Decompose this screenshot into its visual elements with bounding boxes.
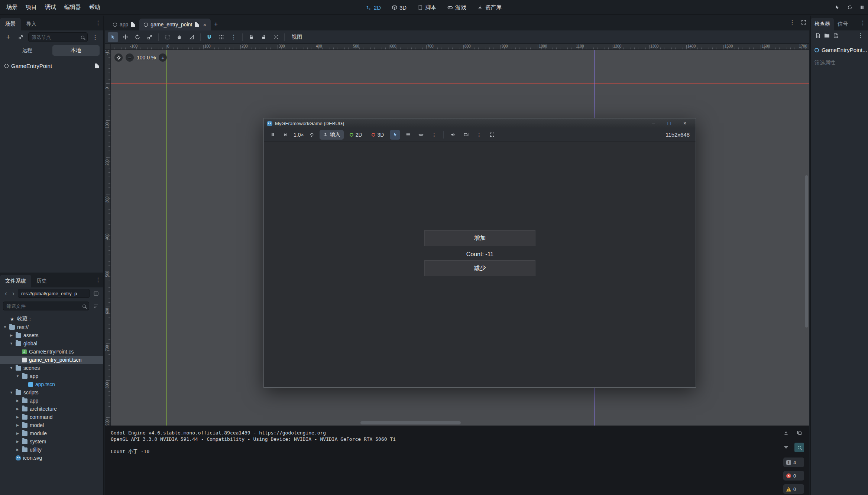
- warnings-badge[interactable]: ! 0: [783, 484, 804, 494]
- search-output-icon[interactable]: [794, 443, 804, 452]
- close-button[interactable]: ×: [677, 118, 693, 128]
- collapse-icon[interactable]: ▼: [9, 366, 13, 370]
- filter-messages-icon[interactable]: [781, 443, 791, 452]
- cursor-icon[interactable]: [835, 5, 840, 10]
- file-tree-item[interactable]: ▼scripts: [0, 388, 103, 397]
- fullscreen-icon[interactable]: [487, 130, 497, 140]
- expand-viewport-icon[interactable]: [801, 19, 806, 26]
- collapse-icon[interactable]: ▼: [9, 391, 13, 394]
- reset-speed-icon[interactable]: [307, 130, 317, 140]
- filter-nodes-input[interactable]: [32, 35, 79, 40]
- inspector-node-row[interactable]: GameEntryPoint...: [811, 47, 868, 53]
- file-tree-item[interactable]: ▶model: [0, 421, 103, 429]
- filter-properties-field[interactable]: 筛选属性: [811, 59, 868, 66]
- save-log-icon[interactable]: [781, 428, 791, 437]
- group-button[interactable]: [271, 32, 281, 42]
- pause-icon[interactable]: [860, 5, 864, 10]
- scale-tool[interactable]: [145, 32, 155, 42]
- expand-icon[interactable]: ▶: [16, 432, 20, 435]
- attached-script-icon[interactable]: [95, 63, 99, 68]
- smart-snap-toggle[interactable]: [204, 32, 214, 42]
- file-tree-item[interactable]: ▼res://: [0, 323, 103, 331]
- visibility-icon[interactable]: [416, 130, 426, 140]
- game-select-tool[interactable]: [390, 130, 400, 140]
- tab-inspector[interactable]: 检查器: [811, 18, 834, 30]
- canvas-hscrollbar[interactable]: [111, 421, 803, 424]
- load-resource-icon[interactable]: [824, 33, 830, 38]
- grid-snap-toggle[interactable]: [216, 32, 227, 42]
- new-resource-icon[interactable]: [815, 33, 820, 38]
- file-tree-item[interactable]: ▼app: [0, 372, 103, 380]
- path-field[interactable]: [18, 289, 90, 298]
- expand-icon[interactable]: ▶: [16, 407, 20, 411]
- game-options-icon[interactable]: ⋮: [429, 130, 439, 140]
- instance-scene-button[interactable]: [16, 32, 26, 42]
- view-menu[interactable]: 视图: [288, 34, 306, 40]
- remote-button[interactable]: 远程: [4, 45, 51, 56]
- snap-options-icon[interactable]: ⋮: [229, 32, 239, 42]
- file-tree-item[interactable]: ▶app: [0, 397, 103, 405]
- forward-icon[interactable]: ›: [10, 290, 16, 297]
- mode-3d-button[interactable]: 3D: [368, 130, 388, 140]
- lock-button[interactable]: [246, 32, 256, 42]
- camera-override-icon[interactable]: [461, 130, 471, 140]
- workspace-3d[interactable]: 3D: [388, 1, 411, 13]
- move-tool[interactable]: [120, 32, 130, 42]
- more-options-icon[interactable]: ⋮: [474, 130, 484, 140]
- expand-icon[interactable]: ▶: [9, 333, 13, 337]
- unlock-button[interactable]: [258, 32, 269, 42]
- path-input[interactable]: [21, 291, 87, 296]
- game-speed[interactable]: 1.0×: [294, 132, 304, 138]
- tab-import[interactable]: 导入: [21, 18, 42, 30]
- sort-files-icon[interactable]: [91, 302, 100, 310]
- split-view-icon[interactable]: [91, 289, 100, 298]
- copy-icon[interactable]: [794, 428, 804, 437]
- menu-item-3[interactable]: 编辑器: [60, 0, 85, 14]
- collapse-icon[interactable]: ▼: [3, 325, 7, 329]
- pause-game-icon[interactable]: [268, 130, 278, 140]
- restart-icon[interactable]: [847, 5, 852, 10]
- viewport-2d[interactable]: -100010020030040050060070080090010001100…: [105, 44, 809, 426]
- save-icon[interactable]: [833, 33, 839, 38]
- tab-history[interactable]: 历史: [31, 275, 52, 287]
- scene-tree-root-node[interactable]: GameEntryPoint: [0, 61, 103, 71]
- rotate-tool[interactable]: [132, 32, 143, 42]
- audio-icon[interactable]: [448, 130, 458, 140]
- scene-tab-app[interactable]: app: [108, 19, 139, 30]
- select-tool[interactable]: [108, 32, 118, 42]
- filter-files-field[interactable]: [3, 302, 89, 310]
- add-node-button[interactable]: +: [3, 32, 13, 42]
- file-tree-item[interactable]: ★收藏：: [0, 315, 103, 323]
- next-frame-icon[interactable]: [281, 130, 291, 140]
- expand-icon[interactable]: ▶: [16, 423, 20, 427]
- scene-tab-game-entry-point[interactable]: game_entry_point ×: [139, 19, 211, 30]
- filter-nodes-field[interactable]: [28, 32, 88, 42]
- expand-icon[interactable]: ▶: [16, 399, 20, 403]
- tab-list-icon[interactable]: ⋮: [789, 19, 795, 26]
- center-view-icon[interactable]: [114, 53, 123, 62]
- dock-options-icon[interactable]: ⋮: [860, 19, 866, 26]
- file-tree-item[interactable]: icon.svg: [0, 454, 103, 462]
- tab-filesystem[interactable]: 文件系统: [0, 275, 31, 287]
- menu-item-0[interactable]: 场景: [2, 0, 22, 14]
- increase-button[interactable]: 增加: [424, 230, 535, 246]
- workspace-script[interactable]: 脚本: [413, 1, 441, 13]
- mode-2d-button[interactable]: 2D: [346, 130, 366, 140]
- file-tree-item[interactable]: ▼global: [0, 339, 103, 348]
- file-tree-item[interactable]: ▶architecture: [0, 405, 103, 413]
- tab-scene[interactable]: 场景: [0, 18, 21, 30]
- workspace-game[interactable]: 游戏: [443, 1, 471, 13]
- file-tree-item[interactable]: ▶module: [0, 429, 103, 437]
- file-tree-item[interactable]: #GameEntryPoint.cs: [0, 348, 103, 356]
- close-tab-icon[interactable]: ×: [203, 22, 206, 28]
- file-tree-item[interactable]: ▶system: [0, 437, 103, 446]
- maximize-button[interactable]: □: [661, 118, 677, 128]
- dock-options-icon[interactable]: ⋮: [95, 19, 101, 26]
- expand-icon[interactable]: ▶: [16, 440, 20, 443]
- errors-badge[interactable]: × 0: [783, 471, 804, 481]
- ruler-tool[interactable]: [187, 32, 197, 42]
- expand-icon[interactable]: ▶: [16, 448, 20, 452]
- back-icon[interactable]: ‹: [3, 290, 9, 297]
- file-tree-item[interactable]: ▼scenes: [0, 364, 103, 372]
- game-debug-window[interactable]: MyGFrameworkGame (DEBUG) – □ × 1.0×: [263, 118, 696, 388]
